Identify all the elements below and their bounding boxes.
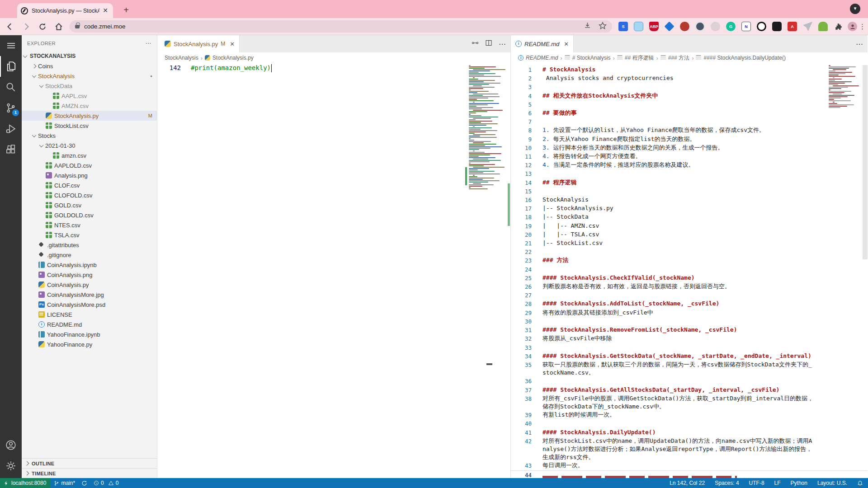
- search-icon[interactable]: [0, 77, 22, 98]
- extensions-icon[interactable]: [0, 139, 22, 160]
- readme-line-14[interactable]: 14## 程序逻辑: [511, 178, 868, 187]
- tab-close-icon[interactable]: ✕: [564, 41, 569, 47]
- browser-tab[interactable]: StockAnalysis.py — StockAnal ✕: [17, 3, 113, 18]
- readme-line-40[interactable]: 40: [511, 419, 868, 428]
- lock-icon[interactable]: [75, 25, 80, 28]
- download-icon[interactable]: [584, 22, 591, 31]
- tab-close-icon[interactable]: ✕: [230, 41, 235, 47]
- readme-line-17[interactable]: 17|-- StockAnalysis.py: [511, 204, 868, 213]
- tree-item-stockanalysis-py[interactable]: StockAnalysis.pyM: [22, 111, 157, 121]
- ext-disabled-icon[interactable]: [711, 22, 720, 31]
- tree-item-yahoofinance-ipynb[interactable]: YahooFinance.ipynb: [22, 329, 157, 339]
- tree-item-gold-csv[interactable]: GOLD.csv: [22, 200, 157, 210]
- ext-gem-icon[interactable]: [664, 21, 674, 31]
- media-control-button[interactable]: ▾: [850, 4, 860, 14]
- tree-item-coinanalysis-ipynb[interactable]: CoinAnalysis.ipynb: [22, 260, 157, 270]
- readme-line-7[interactable]: 7: [511, 117, 868, 126]
- split-editor-icon[interactable]: [485, 39, 492, 48]
- readme-line-9[interactable]: 92. 每天从Yahoo Finance爬取指定list的当天的数据。: [511, 135, 868, 144]
- tree-item--gitignore[interactable]: .gitignore: [22, 250, 157, 260]
- readme-line-18[interactable]: 18|-- StockData: [511, 213, 868, 221]
- run-debug-icon[interactable]: [0, 118, 22, 139]
- readme-line-19[interactable]: 19| |-- AMZN.csv: [511, 222, 868, 230]
- profile-avatar[interactable]: [848, 22, 857, 31]
- readme-line-29[interactable]: 29将有效的股票及其链接添加到_csvFile中: [511, 309, 868, 317]
- readme-line-13[interactable]: 13: [511, 169, 868, 178]
- readme-line-6[interactable]: 6## 要做的事: [511, 109, 868, 117]
- breadcrumb-item[interactable]: ## 程序逻辑: [625, 54, 654, 62]
- ext-clock-lock-icon[interactable]: [695, 22, 705, 31]
- readme-line-33[interactable]: 33: [511, 343, 868, 352]
- tab-readme-md[interactable]: i README.md ✕: [511, 35, 574, 52]
- status-language-mode[interactable]: Python: [786, 478, 812, 488]
- readme-line-38[interactable]: 38对所有_csvFile中的股票，调用GetStockData()方法，获取_…: [511, 394, 868, 411]
- readme-line-12[interactable]: 124. 当满足一定条件的时候，推送对应的股票名称及建议。: [511, 161, 868, 169]
- bookmark-star-icon[interactable]: [599, 22, 607, 32]
- ext-tv-icon[interactable]: [634, 22, 643, 31]
- back-button[interactable]: [4, 20, 16, 33]
- address-bar[interactable]: code.zmei.moe: [70, 20, 612, 33]
- explorer-actions-icon[interactable]: ⋯: [146, 40, 151, 47]
- readme-line-23[interactable]: 23### 方法: [511, 256, 868, 265]
- tree-item-stocklist-csv[interactable]: StockList.csv: [22, 121, 157, 131]
- breadcrumb-item[interactable]: README.md: [526, 55, 558, 61]
- code-editor[interactable]: 142 #print(amazon_weekly): [157, 63, 510, 478]
- ext-adblock-icon[interactable]: ABP: [649, 22, 659, 31]
- tree-item-stockdata[interactable]: StockData: [22, 81, 157, 91]
- readme-line-43[interactable]: 43每日调用一次。: [511, 461, 868, 470]
- notifications-bell-icon[interactable]: [852, 478, 868, 488]
- readme-line-22[interactable]: 22: [511, 248, 868, 256]
- reload-button[interactable]: [36, 20, 49, 33]
- readme-line-28[interactable]: 28#### StockAnalysis.AddToList(_stockNam…: [511, 300, 868, 308]
- ext-cat-icon[interactable]: [772, 22, 782, 31]
- readme-line-39[interactable]: 39有新list的时候调用一次。: [511, 411, 868, 419]
- tree-item-goldold-csv[interactable]: GOLDOLD.csv: [22, 210, 157, 220]
- readme-line-10[interactable]: 103. 运行脚本分析当天的数据和历史数据之间的关系，生成一个报告。: [511, 144, 868, 152]
- tree-root-folder[interactable]: STOCKANALYSIS: [22, 51, 157, 61]
- tree-item-license[interactable]: LICENSE: [22, 310, 157, 319]
- minimap[interactable]: [468, 63, 507, 197]
- readme-line-25[interactable]: 25#### StockAnalysis.CheckIfValid(_stock…: [511, 274, 868, 282]
- open-changes-icon[interactable]: [472, 39, 479, 48]
- breadcrumb-item[interactable]: StockAnalysis.py: [212, 55, 254, 61]
- source-control-icon[interactable]: 1: [0, 98, 22, 118]
- readme-line-11[interactable]: 114. 将报告转化成一个网页方便查看。: [511, 152, 868, 161]
- status-indentation[interactable]: Spaces: 4: [710, 478, 744, 488]
- forward-button[interactable]: [20, 20, 33, 33]
- tree-item-ntes-csv[interactable]: NTES.csv: [22, 220, 157, 230]
- readme-line-2[interactable]: 2 Analysis stocks and cryptocurrencies: [511, 74, 868, 83]
- scrollbar-thumb[interactable]: [863, 65, 868, 259]
- breadcrumb-item[interactable]: ### 方法: [668, 54, 689, 62]
- tree-item-yahoofinance-py[interactable]: YahooFinance.py: [22, 339, 157, 349]
- breadcrumb-item[interactable]: # StockAnalysis: [572, 55, 611, 61]
- tree-item-2021-01-30[interactable]: 2021-01-30: [22, 141, 157, 150]
- tree-item-readme-md[interactable]: iREADME.md: [22, 319, 157, 329]
- more-actions-icon[interactable]: ⋯: [856, 40, 863, 48]
- account-icon[interactable]: [0, 435, 22, 455]
- readme-line-41[interactable]: 41#### StockAnalysis.DailyUpdate(): [511, 428, 868, 437]
- readme-line-3[interactable]: 3: [511, 83, 868, 91]
- remote-indicator[interactable]: localhost:8080: [0, 478, 51, 488]
- tree-item-stockanalysis[interactable]: StockAnalysis●: [22, 71, 157, 81]
- puzzle-extensions-icon[interactable]: [834, 22, 843, 31]
- more-actions-icon[interactable]: ⋯: [499, 40, 506, 48]
- tab-stockanalysis-py[interactable]: StockAnalysis.py M ✕: [157, 35, 240, 52]
- tree-item-coinanalysis-py[interactable]: CoinAnalysis.py: [22, 280, 157, 290]
- status-encoding[interactable]: UTF-8: [744, 478, 769, 488]
- breadcrumb-item[interactable]: #### StockAnalysis.DailyUpdate(): [703, 55, 785, 61]
- tree-item-coinanalysismore-psd[interactable]: PsCoinAnalysisMore.psd: [22, 300, 157, 310]
- status-cursor-position[interactable]: Ln 142, Col 22: [665, 478, 710, 488]
- readme-line-15[interactable]: 15: [511, 187, 868, 196]
- tree-item-amzn-csv[interactable]: amzn.csv: [22, 150, 157, 160]
- readme-line-34[interactable]: 34#### StockAnalysis.GetStockData(_stock…: [511, 352, 868, 361]
- browser-menu-icon[interactable]: ⋮: [859, 23, 863, 31]
- readme-line-20[interactable]: 20| |-- TSLA.csv: [511, 230, 868, 239]
- readme-line-31[interactable]: 31#### StockAnalysis.RemoveFromList(_sto…: [511, 326, 868, 334]
- ext-notion-icon[interactable]: N: [741, 22, 751, 31]
- section-timeline[interactable]: TIMELINE: [22, 468, 157, 478]
- sync-status[interactable]: [78, 478, 90, 488]
- status-eol[interactable]: LF: [769, 478, 786, 488]
- tree-item-clofold-csv[interactable]: CLOFOLD.csv: [22, 190, 157, 200]
- readme-line-24[interactable]: 24: [511, 265, 868, 274]
- tree-item-tsla-csv[interactable]: TSLA.csv: [22, 230, 157, 240]
